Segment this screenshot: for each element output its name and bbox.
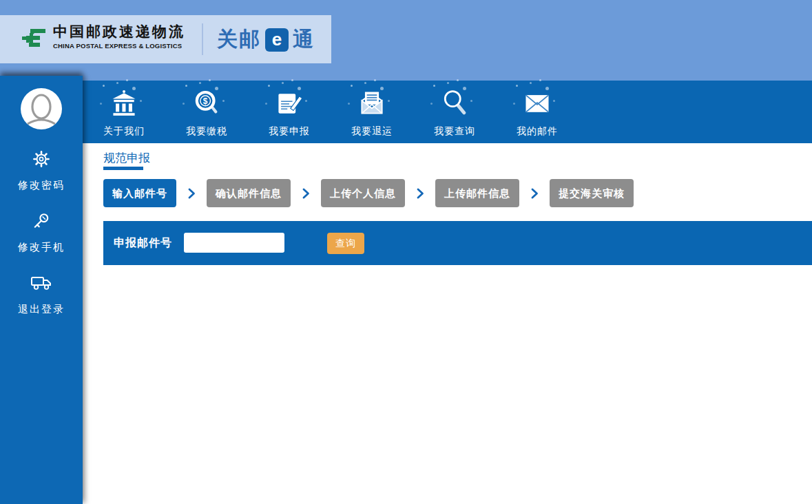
brand-text: 中国邮政速递物流 CHINA POSTAL EXPRESS & LOGISTIC… [53, 23, 185, 50]
nav-label: 我要退运 [351, 125, 393, 138]
truck-icon [30, 274, 52, 292]
step-upload-mail-info[interactable]: 上传邮件信息 [435, 179, 519, 207]
sidebar: 修改密码 修改手机 退出登录 [0, 76, 83, 504]
chevron-right-icon [291, 188, 321, 199]
nav-label: 我要查询 [434, 125, 475, 138]
chevron-right-icon [519, 188, 550, 199]
sidebar-item-logout[interactable]: 退出登录 [0, 274, 83, 316]
svg-text:$: $ [203, 96, 208, 106]
bank-icon [108, 87, 140, 119]
nav-item-return-shipment[interactable]: 我要退运 [331, 81, 413, 143]
sidebar-item-label: 退出登录 [0, 303, 83, 316]
envelope-icon [521, 87, 553, 119]
nav-label: 我要缴税 [186, 125, 227, 138]
brand-name-chinese: 中国邮政速递物流 [53, 23, 185, 41]
nav-label: 我要申报 [269, 125, 310, 138]
gear-icon [32, 150, 50, 168]
nav-item-query[interactable]: 我要查询 [413, 81, 496, 143]
user-avatar [21, 88, 62, 129]
sidebar-item-change-phone[interactable]: 修改手机 [0, 212, 83, 254]
china-post-logo-icon [21, 25, 50, 54]
tab-active-underline [103, 167, 143, 170]
declare-mail-number-input[interactable] [184, 233, 284, 253]
step-upload-personal-info[interactable]: 上传个人信息 [321, 179, 405, 207]
nav-item-pay-tax[interactable]: $ 我要缴税 [165, 81, 248, 143]
declare-form-bar: 申报邮件号 查询 [103, 221, 812, 265]
search-icon [439, 87, 470, 119]
declaration-steps: 输入邮件号 确认邮件信息 上传个人信息 上传邮件信息 提交海关审核 [103, 179, 634, 207]
product-logo: 关邮 e 通 [217, 25, 315, 54]
sidebar-item-change-password[interactable]: 修改密码 [0, 150, 83, 192]
key-icon [32, 212, 50, 230]
step-enter-mail-number[interactable]: 输入邮件号 [103, 179, 176, 207]
sidebar-item-label: 修改密码 [0, 179, 83, 192]
chevron-right-icon [405, 188, 435, 199]
nav-item-declare[interactable]: 我要申报 [248, 81, 331, 143]
logo-divider [202, 23, 203, 55]
coin-magnifier-icon: $ [191, 87, 222, 119]
top-navbar: 关于我们 $ 我要缴税 [83, 81, 812, 143]
nav-label: 我的邮件 [517, 125, 558, 138]
sidebar-item-label: 修改手机 [0, 241, 83, 254]
product-suffix: 通 [293, 25, 315, 54]
product-prefix: 关邮 [217, 25, 261, 54]
logo-band: 中国邮政速递物流 CHINA POSTAL EXPRESS & LOGISTIC… [0, 15, 331, 63]
declare-mail-number-label: 申报邮件号 [114, 236, 172, 251]
document-pen-icon [273, 87, 305, 119]
step-confirm-mail-info[interactable]: 确认邮件信息 [207, 179, 291, 207]
nav-label: 关于我们 [103, 125, 145, 138]
chevron-right-icon [176, 188, 207, 199]
product-e-badge: e [265, 28, 289, 52]
step-submit-customs-review[interactable]: 提交海关审核 [550, 179, 634, 207]
tab-standard-declaration[interactable]: 规范申报 [103, 150, 150, 166]
brand-name-english: CHINA POSTAL EXPRESS & LOGISTICS [53, 42, 185, 50]
app-window: 中国邮政速递物流 CHINA POSTAL EXPRESS & LOGISTIC… [0, 0, 812, 504]
header: 中国邮政速递物流 CHINA POSTAL EXPRESS & LOGISTIC… [0, 0, 812, 81]
nav-item-about-us[interactable]: 关于我们 [83, 81, 165, 143]
query-button[interactable]: 查询 [327, 233, 364, 254]
nav-item-my-mail[interactable]: 我的邮件 [496, 81, 579, 143]
open-envelope-icon [356, 87, 388, 119]
